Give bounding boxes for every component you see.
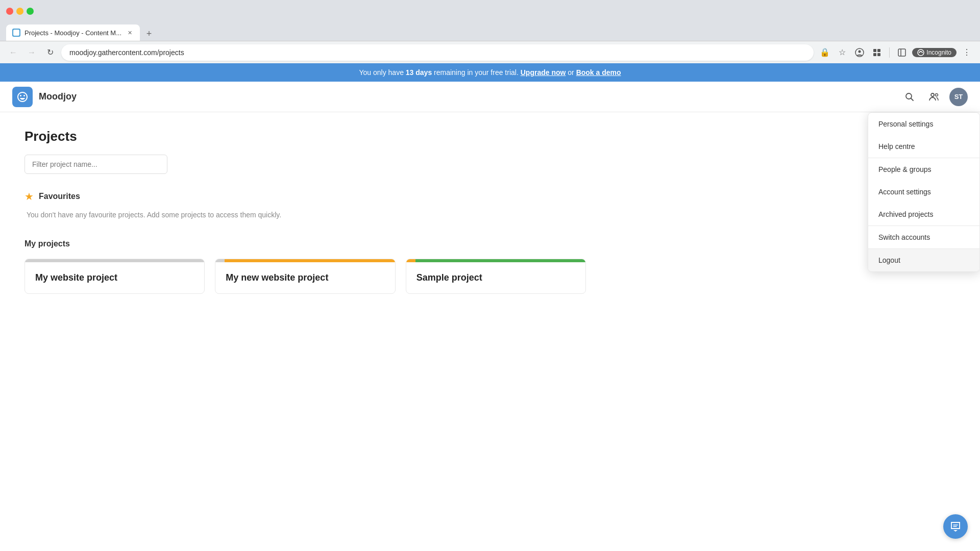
dropdown-item-switch-accounts[interactable]: Switch accounts — [868, 226, 979, 248]
app-container: You only have 13 days remaining in your … — [0, 63, 980, 551]
project-name-2: My new website project — [226, 272, 384, 283]
svg-point-13 — [931, 93, 934, 96]
filter-input[interactable] — [24, 155, 167, 174]
svg-line-12 — [911, 98, 914, 101]
svg-point-2 — [859, 50, 861, 53]
incognito-badge: Incognito — [912, 48, 957, 57]
projects-grid: My website project My new website projec… — [24, 259, 586, 294]
svg-rect-7 — [898, 49, 905, 56]
forward-button[interactable]: → — [24, 45, 39, 60]
empty-favourites-text: You don't have any favourite projects. A… — [27, 211, 955, 219]
avatar-initials: ST — [954, 93, 963, 101]
trial-banner: You only have 13 days remaining in your … — [0, 63, 980, 82]
project-card-body-3: Sample project — [406, 262, 585, 293]
project-card-3[interactable]: Sample project — [406, 259, 586, 294]
trial-post-text: remaining in your free trial. — [432, 68, 521, 77]
browser-chrome: Projects - Moodjoy - Content M... ✕ + ← … — [0, 0, 980, 63]
svg-rect-0 — [13, 30, 19, 36]
star-icon: ★ — [24, 190, 34, 203]
tab-bar: Projects - Moodjoy - Content M... ✕ + — [0, 22, 980, 41]
dropdown-item-help-centre[interactable]: Help centre — [868, 135, 979, 158]
project-name-1: My website project — [35, 272, 194, 283]
profile-circle-icon[interactable] — [852, 45, 867, 60]
svg-rect-5 — [873, 53, 876, 56]
app-name: Moodjoy — [39, 91, 77, 102]
svg-rect-4 — [877, 49, 880, 52]
user-dropdown-menu: Personal settings Help centre People & g… — [868, 112, 980, 272]
dropdown-item-personal-settings[interactable]: Personal settings — [868, 113, 979, 135]
svg-rect-6 — [877, 53, 880, 56]
reload-button[interactable]: ↻ — [43, 45, 57, 60]
app-header: Moodjoy ST Personal settings Help centre… — [0, 82, 980, 112]
address-bar[interactable] — [61, 44, 814, 61]
extensions-icon[interactable] — [870, 45, 884, 60]
project-name-3: Sample project — [416, 272, 575, 283]
dropdown-item-account-settings[interactable]: Account settings — [868, 181, 979, 203]
trial-or: or — [566, 68, 576, 77]
logo-icon — [12, 87, 33, 107]
dropdown-item-logout[interactable]: Logout — [868, 249, 979, 271]
dropdown-item-people-groups[interactable]: People & groups — [868, 158, 979, 181]
project-card-1[interactable]: My website project — [24, 259, 205, 294]
menu-icon[interactable]: ⋮ — [960, 45, 974, 60]
tab-favicon — [12, 29, 20, 37]
filter-row: Example projects — [24, 155, 955, 174]
svg-point-10 — [920, 51, 921, 52]
trial-pre-text: You only have — [359, 68, 405, 77]
project-card-2[interactable]: My new website project — [215, 259, 395, 294]
minimize-button[interactable] — [16, 8, 23, 15]
star-bookmark-icon[interactable]: ☆ — [835, 45, 849, 60]
my-projects-title: My projects — [24, 239, 955, 248]
people-button[interactable] — [925, 88, 943, 106]
project-card-body-2: My new website project — [215, 262, 395, 293]
shield-icon: 🔒 — [818, 45, 832, 60]
header-actions: ST — [900, 88, 968, 106]
chat-button[interactable] — [943, 514, 968, 539]
back-button[interactable]: ← — [6, 45, 20, 60]
demo-link[interactable]: Book a demo — [576, 68, 621, 77]
search-button[interactable] — [900, 88, 919, 106]
close-button[interactable] — [6, 8, 13, 15]
new-tab-button[interactable]: + — [142, 27, 156, 41]
browser-titlebar — [0, 0, 980, 22]
upgrade-link[interactable]: Upgrade now — [521, 68, 566, 77]
page-content: Projects Example projects ★ Favourites Y… — [0, 112, 980, 549]
logo-area: Moodjoy — [12, 87, 77, 107]
page-title: Projects — [24, 129, 955, 144]
window-controls — [6, 8, 34, 15]
dropdown-item-archived-projects[interactable]: Archived projects — [868, 203, 979, 226]
trial-days: 13 days — [406, 68, 432, 77]
svg-rect-3 — [873, 49, 876, 52]
project-card-body-1: My website project — [25, 262, 204, 293]
user-avatar[interactable]: ST — [949, 88, 968, 106]
tab-title: Projects - Moodjoy - Content M... — [24, 29, 121, 37]
sidebar-icon[interactable] — [895, 45, 909, 60]
toolbar-actions: 🔒 ☆ Incognito ⋮ — [818, 45, 974, 60]
svg-point-9 — [918, 49, 924, 56]
incognito-label: Incognito — [926, 49, 951, 56]
favourites-section: ★ Favourites — [24, 190, 955, 203]
tab-close-button[interactable]: ✕ — [126, 29, 134, 37]
maximize-button[interactable] — [27, 8, 34, 15]
browser-toolbar: ← → ↻ 🔒 ☆ Incognito ⋮ — [0, 41, 980, 63]
toolbar-divider — [889, 47, 890, 58]
svg-point-14 — [936, 93, 938, 96]
active-tab[interactable]: Projects - Moodjoy - Content M... ✕ — [6, 24, 140, 41]
favourites-title: Favourites — [39, 192, 80, 201]
